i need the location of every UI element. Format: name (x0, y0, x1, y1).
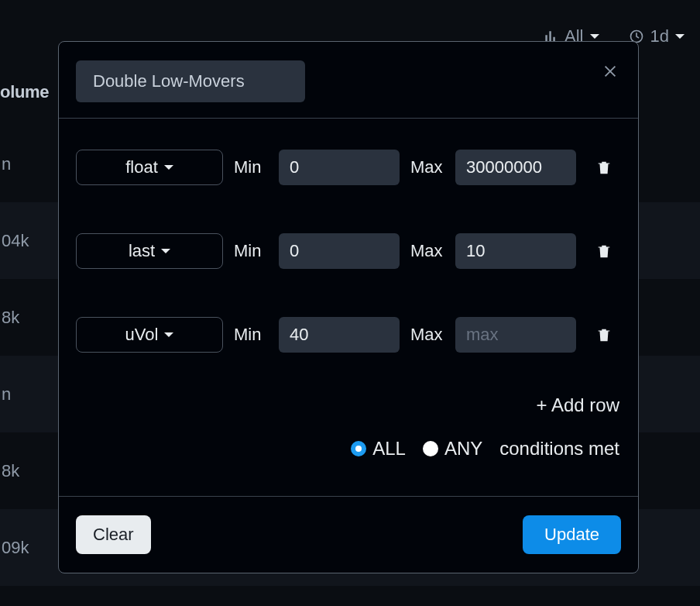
table-column-header: olume (0, 82, 49, 102)
add-row-button[interactable]: + Add row (537, 394, 619, 416)
max-label: Max (410, 325, 444, 345)
delete-row-button[interactable] (593, 240, 615, 262)
radio-on-icon (351, 441, 366, 456)
mode-any-label: ANY (444, 438, 482, 460)
modal-header (59, 42, 638, 119)
condition-mode-line: ALL ANY conditions met (76, 438, 621, 460)
filter-modal: float Min Max last Min Max (58, 41, 639, 573)
metric-dropdown[interactable]: last (76, 233, 223, 269)
metric-dropdown[interactable]: float (76, 150, 223, 185)
metric-label: uVol (125, 325, 159, 345)
min-label: Min (234, 325, 268, 345)
chevron-down-icon (590, 34, 599, 39)
modal-body: float Min Max last Min Max (59, 119, 638, 496)
min-input[interactable] (279, 233, 400, 269)
min-input[interactable] (279, 150, 400, 185)
chevron-down-icon (161, 249, 170, 253)
mode-any-radio[interactable]: ANY (423, 438, 482, 460)
modal-footer: Clear Update (59, 496, 638, 573)
trash-icon (595, 159, 612, 176)
min-input[interactable] (279, 317, 400, 353)
max-input[interactable] (455, 150, 576, 185)
trash-icon (595, 326, 612, 343)
max-input[interactable] (455, 233, 576, 269)
mode-suffix-text: conditions met (499, 438, 619, 460)
add-row-line: + Add row (76, 394, 621, 416)
close-icon (602, 63, 619, 80)
min-label: Min (234, 157, 268, 177)
condition-row: float Min Max (76, 150, 621, 185)
condition-row: uVol Min Max (76, 317, 621, 353)
mode-all-label: ALL (372, 438, 406, 460)
condition-row: last Min Max (76, 233, 621, 269)
close-button[interactable] (599, 60, 621, 82)
timeframe-label: 1d (650, 26, 669, 46)
delete-row-button[interactable] (593, 324, 615, 346)
delete-row-button[interactable] (593, 157, 615, 178)
filter-name-input[interactable] (76, 60, 305, 102)
update-button[interactable]: Update (523, 515, 621, 554)
radio-off-icon (423, 441, 438, 456)
metric-label: float (125, 157, 158, 177)
chevron-down-icon (164, 165, 173, 170)
max-label: Max (410, 241, 444, 261)
trash-icon (595, 243, 612, 260)
min-label: Min (234, 241, 268, 261)
max-label: Max (410, 157, 444, 177)
chevron-down-icon (164, 332, 173, 337)
max-input[interactable] (455, 317, 576, 353)
clear-button[interactable]: Clear (76, 515, 151, 554)
mode-all-radio[interactable]: ALL (351, 438, 406, 460)
chevron-down-icon (675, 34, 685, 39)
metric-label: last (129, 241, 155, 261)
metric-dropdown[interactable]: uVol (76, 317, 223, 353)
